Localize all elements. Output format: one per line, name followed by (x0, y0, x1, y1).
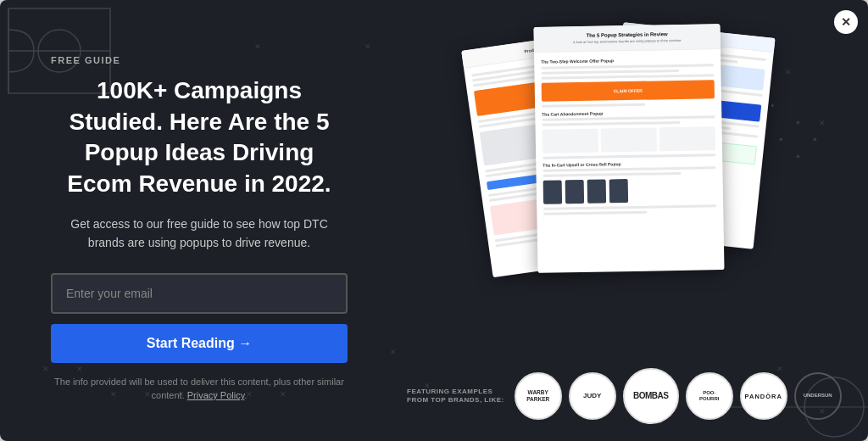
brand-undersun: UNDERSUN (794, 372, 842, 420)
close-button[interactable]: ✕ (834, 10, 858, 34)
disclaimer-text: The info provided will be used to delive… (51, 375, 348, 403)
doc-front: The 5 Popup Strategies in Review A look … (533, 24, 724, 273)
right-panel: Product Quiz Popup (390, 0, 868, 441)
left-panel: FREE GUIDE 100K+ Campaigns Studied. Here… (0, 0, 390, 441)
document-stack: Product Quiz Popup (476, 25, 782, 288)
subheadline: Get access to our free guide to see how … (51, 215, 348, 253)
brand-warby-parker: WARBYPARKER (515, 372, 562, 420)
brand-pandora: PANDÖRA (740, 372, 787, 420)
brands-section: FEATURING EXAMPLES FROM TOP BRANDS, LIKE… (390, 368, 868, 424)
brand-poo-pourri: POO·POURRI (686, 372, 733, 420)
featuring-label: FEATURING EXAMPLES FROM TOP BRANDS, LIKE… (407, 388, 504, 405)
modal-overlay: ✕ ✕ ✕ ✕ ✕ ✕ ✕ ✕ ✕ ✕ ✕ ✕ ✕ ✕ ✕ ✕ ◆ ◆ ◆ ◆ … (0, 0, 868, 441)
modal-background: ✕ ✕ ✕ ✕ ✕ ✕ ✕ ✕ ✕ ✕ ✕ ✕ ✕ ✕ ✕ ✕ ◆ ◆ ◆ ◆ … (0, 0, 868, 441)
free-guide-label: FREE GUIDE (51, 55, 348, 65)
privacy-policy-link[interactable]: Privacy Policy (187, 390, 245, 400)
cta-button[interactable]: Start Reading → (51, 324, 348, 363)
email-input[interactable] (51, 273, 348, 314)
brand-circles: WARBYPARKER JUDY BOMBAS POO·POURRI PANDÖ… (515, 368, 842, 424)
brand-bombas: BOMBAS (623, 368, 679, 424)
headline: 100K+ Campaigns Studied. Here Are the 5 … (51, 75, 348, 199)
brand-judy: JUDY (569, 372, 616, 420)
